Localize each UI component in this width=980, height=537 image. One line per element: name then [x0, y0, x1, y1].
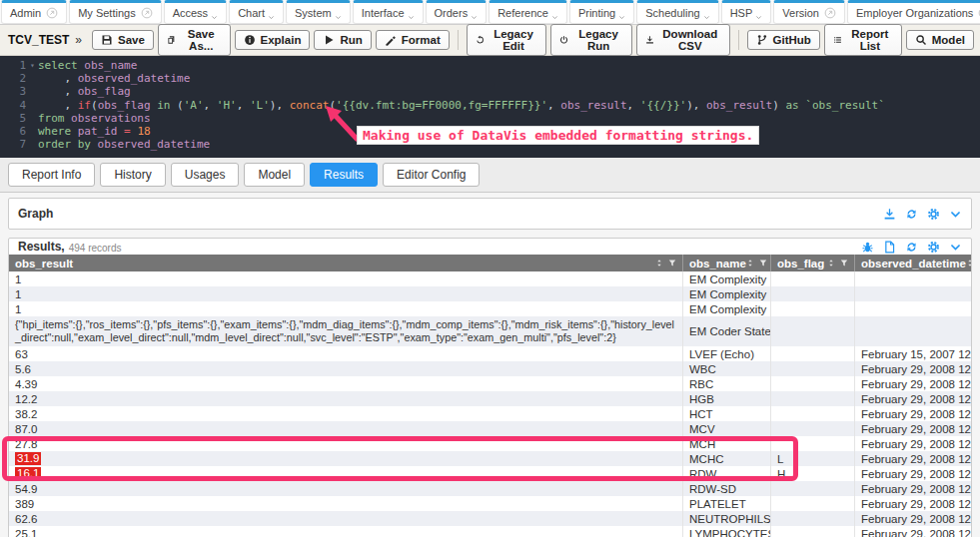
legacy-run-button[interactable]: Legacy Run [550, 24, 631, 56]
sort-icon[interactable] [827, 259, 835, 268]
cell-obs_flag [771, 421, 855, 436]
table-row[interactable]: 1EM Complexity [9, 286, 971, 301]
results-panel: Results, 494 records obs_resultobs_nameo… [8, 238, 972, 537]
model-button[interactable]: Model [906, 30, 974, 50]
menu-item-chart[interactable]: Chart [229, 0, 284, 24]
button-label: Download CSV [659, 28, 721, 52]
sort-icon[interactable] [655, 259, 663, 268]
external-link-icon [141, 7, 153, 19]
run-button[interactable]: Run [314, 30, 371, 50]
download-csv-button[interactable]: Download CSV [636, 24, 730, 56]
column-header-observed_datetime[interactable]: observed_datetime [855, 255, 971, 271]
column-header-label: observed_datetime [861, 258, 966, 269]
annotation-text: Making use of DataVis embedded formattin… [357, 126, 759, 145]
menu-item-label: Scheduling [645, 7, 699, 19]
table-row[interactable]: 389PLATELETFebruary 29, 2008 12:58 PM [9, 496, 971, 511]
menu-item-interface[interactable]: Interface [353, 0, 424, 24]
cell-obs_result: 38.2 [9, 406, 683, 421]
sort-icon[interactable] [966, 259, 971, 268]
column-header-obs_result[interactable]: obs_result [9, 255, 683, 271]
cell-obs_name: HGB [683, 391, 771, 406]
menu-item-scheduling[interactable]: Scheduling [636, 0, 718, 24]
table-row[interactable]: 38.2HCTFebruary 29, 2008 12:58 PM [9, 406, 971, 421]
cell-obs_name: MCV [683, 421, 771, 436]
cell-obs_result: 4.39 [9, 376, 683, 391]
save-as-button[interactable]: Save As... [158, 24, 231, 56]
table-row[interactable]: 31.9MCHCLFebruary 29, 2008 12:58 PM [9, 451, 971, 466]
menu-item-system[interactable]: System [286, 0, 351, 24]
menu-item-version[interactable]: Version [773, 0, 845, 24]
sort-icon[interactable] [746, 259, 754, 268]
menu-item-reference[interactable]: Reference [489, 0, 567, 24]
fold-spacer [30, 112, 38, 125]
chevron-down-icon [408, 14, 415, 21]
report-list-button[interactable]: Report List [824, 24, 902, 56]
cell-obs_result: 389 [9, 496, 683, 511]
filter-icon[interactable] [668, 259, 676, 268]
tab-editor-config[interactable]: Editor Config [383, 163, 480, 187]
table-row[interactable]: 62.6NEUTROPHILSFebruary 29, 2008 12:58 P… [9, 511, 971, 526]
table-row[interactable]: 87.0MCVFebruary 29, 2008 12:58 PM [9, 421, 971, 436]
menu-item-access[interactable]: Access [164, 0, 227, 24]
tab-report-info[interactable]: Report Info [8, 163, 95, 187]
cell-obs_name: HCT [683, 406, 771, 421]
legacy-edit-button[interactable]: Legacy Edit [467, 24, 547, 56]
cell-observed_datetime: February 29, 2008 12:58 PM [855, 436, 971, 451]
menu-item-employer-organizations[interactable]: Employer Organizations [847, 0, 980, 24]
tab-results[interactable]: Results [310, 163, 378, 187]
menu-item-orders[interactable]: Orders [426, 0, 488, 24]
content-area: Graph Results, 494 records obs_resultobs… [0, 193, 980, 537]
table-row[interactable]: 27.8MCHFebruary 29, 2008 12:58 PM [9, 436, 971, 451]
column-header-controls [827, 259, 848, 268]
table-row[interactable]: {"hpi_items":{},"ros_items":{},"pfs_item… [9, 316, 971, 346]
cell-obs_flag [771, 271, 855, 286]
filter-icon[interactable] [759, 259, 767, 268]
cell-obs_result: {"hpi_items":{},"ros_items":{},"pfs_item… [9, 316, 683, 346]
gear-icon [927, 241, 940, 254]
github-button[interactable]: GitHub [747, 30, 820, 50]
cell-observed_datetime: February 29, 2008 12:58 PM [855, 406, 971, 421]
tab-model[interactable]: Model [244, 163, 305, 187]
cell-observed_datetime [855, 271, 971, 286]
explain-button[interactable]: Explain [235, 30, 311, 50]
code-text: select obs_name [38, 59, 980, 72]
table-row[interactable]: 54.9RDW-SDFebruary 29, 2008 12:58 PM [9, 481, 971, 496]
tab-usages[interactable]: Usages [171, 163, 240, 187]
cell-obs_flag [771, 511, 855, 526]
cell-obs_result: 16.1 [9, 466, 683, 481]
cell-obs_name: LVEF (Echo) [683, 346, 771, 361]
filter-icon[interactable] [840, 259, 848, 268]
column-header-obs_flag[interactable]: obs_flag [771, 255, 855, 271]
menu-item-label: Employer Organizations [856, 7, 973, 19]
cell-observed_datetime: February 29, 2008 12:58 PM [855, 391, 971, 406]
menu-item-printing[interactable]: Printing [569, 0, 634, 24]
table-row[interactable]: 1EM Complexity [9, 271, 971, 286]
table-row[interactable]: 5.6WBCFebruary 29, 2008 12:58 PM [9, 361, 971, 376]
menu-item-label: Orders [435, 7, 469, 19]
table-row[interactable]: 63LVEF (Echo)February 15, 2007 12:00 AM [9, 346, 971, 361]
fold-chevron-icon[interactable]: ▾ [30, 59, 38, 72]
format-button[interactable]: Format [376, 30, 450, 50]
cell-obs_result: 5.6 [9, 361, 683, 376]
table-row[interactable]: 1EM Complexity [9, 301, 971, 316]
menu-item-hsp[interactable]: HSP [721, 0, 772, 24]
menu-item-my-settings[interactable]: My Settings [69, 0, 161, 24]
report-name-chevron[interactable]: » [75, 33, 82, 47]
table-row[interactable]: 16.1RDWHFebruary 29, 2008 12:58 PM [9, 466, 971, 481]
column-header-obs_name[interactable]: obs_name [683, 255, 771, 271]
save-button[interactable]: Save [92, 30, 154, 50]
external-link-icon [824, 7, 836, 19]
cell-obs_name: EM Complexity [683, 271, 771, 286]
tab-history[interactable]: History [100, 163, 165, 187]
results-table: obs_resultobs_nameobs_flagobserved_datet… [9, 255, 971, 537]
table-row[interactable]: 25.1LYMPHOCYTESFebruary 29, 2008 12:58 P… [9, 526, 971, 537]
chevron-down-icon [755, 14, 762, 21]
table-row[interactable]: 12.2HGBFebruary 29, 2008 12:58 PM [9, 391, 971, 406]
cell-obs_flag [771, 481, 855, 496]
table-row[interactable]: 4.39RBCFebruary 29, 2008 12:58 PM [9, 376, 971, 391]
play-icon [323, 34, 335, 46]
cell-obs_name: NEUTROPHILS [683, 511, 771, 526]
results-panel-header: Results, 494 records [9, 239, 971, 255]
cell-observed_datetime: February 29, 2008 12:58 PM [855, 421, 971, 436]
menu-item-admin[interactable]: Admin [1, 0, 67, 24]
